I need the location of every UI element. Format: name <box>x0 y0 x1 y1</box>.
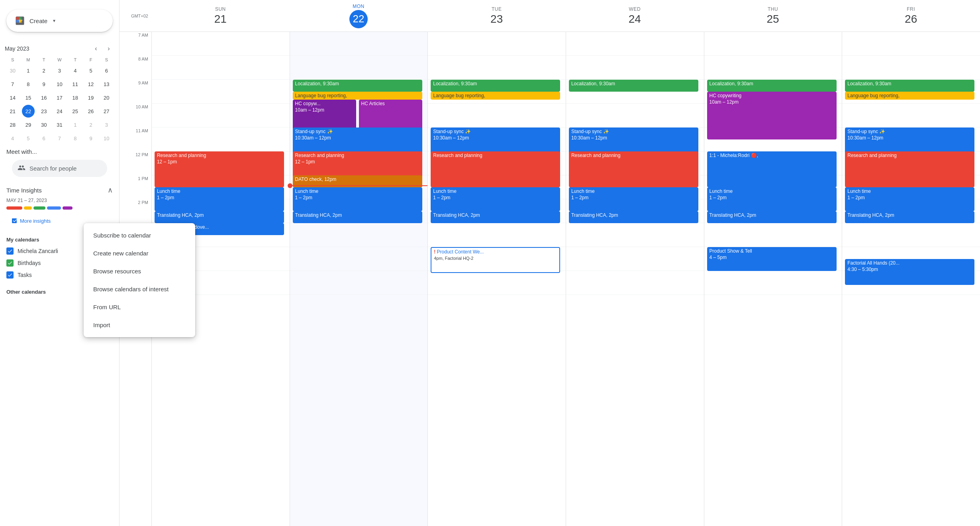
mini-cal-day[interactable]: 1 <box>69 118 82 131</box>
event-mon-localization[interactable]: Localization, 9:30am <box>293 80 422 92</box>
day-col-thu[interactable]: Localization, 9:30am HC copywriting10am … <box>704 32 842 526</box>
mini-cal-day[interactable]: 7 <box>6 78 19 90</box>
mini-cal-day[interactable]: 6 <box>37 132 50 145</box>
event-tue-lunch[interactable]: Lunch time1 – 2pm <box>431 187 560 211</box>
mini-cal-day[interactable]: 27 <box>100 105 113 118</box>
event-wed-lunch[interactable]: Lunch time1 – 2pm <box>569 187 698 211</box>
mini-cal-day[interactable]: 20 <box>100 91 113 104</box>
event-fri-research[interactable]: Research and planning <box>845 151 974 187</box>
mini-cal-next[interactable]: › <box>103 43 114 54</box>
mini-cal-day[interactable]: 7 <box>53 132 66 145</box>
mini-cal-day[interactable]: 10 <box>100 132 113 145</box>
event-fri-lunch[interactable]: Lunch time1 – 2pm <box>845 187 974 211</box>
event-sun-lunch[interactable]: Lunch time1 – 2pm <box>155 187 284 211</box>
mini-cal-day[interactable]: 29 <box>22 118 35 131</box>
event-fri-langbug[interactable]: Language bug reporting, <box>845 92 974 100</box>
event-thu-product-show[interactable]: Product Show & Tell4 – 5pm <box>707 247 837 271</box>
mini-cal-day[interactable]: 18 <box>69 91 82 104</box>
event-sun-research[interactable]: Research and planning12 – 1pm <box>155 151 284 187</box>
event-wed-research[interactable]: Research and planning <box>569 151 698 187</box>
menu-subscribe[interactable]: Subscribe to calendar <box>84 226 195 244</box>
event-fri-factorial[interactable]: Factorial All Hands (20...4:30 – 5:30pm <box>845 259 974 285</box>
mini-cal-day[interactable]: 8 <box>69 132 82 145</box>
mini-cal-day[interactable]: 4 <box>69 64 82 77</box>
event-tue-translating[interactable]: Translating HCA, 2pm <box>431 211 560 223</box>
header-sun[interactable]: SUN 21 <box>151 3 290 29</box>
event-thu-translating[interactable]: Translating HCA, 2pm <box>707 211 837 223</box>
mini-cal-day[interactable]: 2 <box>84 118 97 131</box>
create-button[interactable]: Create ▾ <box>6 10 113 32</box>
mini-cal-day[interactable]: 1 <box>22 64 35 77</box>
time-insights-header[interactable]: Time Insights ∧ <box>0 180 119 196</box>
mini-cal-day[interactable]: 19 <box>84 91 97 104</box>
day-col-wed[interactable]: Localization, 9:30am Stand-up sync ✨10:3… <box>566 32 704 526</box>
mini-cal-day[interactable]: 12 <box>84 78 97 90</box>
header-wed[interactable]: WED 24 <box>566 3 704 29</box>
mini-cal-day[interactable]: 3 <box>100 118 113 131</box>
header-tue[interactable]: TUE 23 <box>427 3 566 29</box>
mini-cal-day[interactable]: 14 <box>6 91 19 104</box>
mini-cal-day[interactable]: 17 <box>53 91 66 104</box>
search-people-input[interactable]: Search for people <box>12 160 107 177</box>
header-thu[interactable]: THU 25 <box>704 3 842 29</box>
mini-cal-day[interactable]: 5 <box>84 64 97 77</box>
event-wed-translating[interactable]: Translating HCA, 2pm <box>569 211 698 223</box>
event-mon-lunch[interactable]: Lunch time1 – 2pm <box>293 187 422 211</box>
day-col-fri[interactable]: Localization, 9:30am Language bug report… <box>842 32 980 526</box>
mini-cal-day[interactable]: 25 <box>69 105 82 118</box>
meet-with-section: Meet with... Search for people <box>0 148 119 177</box>
mini-cal-day[interactable]: 21 <box>6 105 19 118</box>
mini-cal-day[interactable]: 3 <box>53 64 66 77</box>
mini-cal-day[interactable]: 30 <box>6 64 19 77</box>
mini-cal-month: May 2023 <box>5 45 29 52</box>
mini-cal-day[interactable]: 8 <box>22 78 35 90</box>
mini-cal-day[interactable]: 6 <box>100 64 113 77</box>
mini-cal-day[interactable]: 4 <box>6 132 19 145</box>
mini-cal-day[interactable]: 31 <box>53 118 66 131</box>
event-thu-localization[interactable]: Localization, 9:30am <box>707 80 837 92</box>
menu-browse-interest[interactable]: Browse calendars of interest <box>84 280 195 298</box>
mini-cal-day[interactable]: 10 <box>53 78 66 90</box>
mini-cal-day[interactable]: 26 <box>84 105 97 118</box>
event-mon-langbug[interactable]: Language bug reporting, <box>293 92 422 100</box>
mini-cal-day[interactable]: 13 <box>100 78 113 90</box>
menu-import[interactable]: Import <box>84 316 195 334</box>
mini-cal-day[interactable]: 9 <box>84 132 97 145</box>
mini-cal-day[interactable]: 2 <box>37 64 50 77</box>
mini-cal-day[interactable]: 11 <box>69 78 82 90</box>
mini-cal-day[interactable]: 24 <box>53 105 66 118</box>
bar-red <box>6 206 22 210</box>
mini-cal-day[interactable]: 15 <box>22 91 35 104</box>
day-col-tue[interactable]: Localization, 9:30am Language bug report… <box>427 32 566 526</box>
event-tue-product[interactable]: ! Product Content We... 4pm, Factorial H… <box>431 247 560 273</box>
event-fri-translating[interactable]: Translating HCA, 2pm <box>845 211 974 223</box>
event-tue-localization[interactable]: Localization, 9:30am <box>431 80 560 92</box>
meet-with-label: Meet with... <box>6 148 113 155</box>
event-thu-11[interactable]: 1:1 - Michela:Rodri 🔴, <box>707 151 837 187</box>
event-sun-translating[interactable]: Translating HCA, 2pm <box>155 211 284 223</box>
event-tue-langbug[interactable]: Language bug reporting, <box>431 92 560 100</box>
mini-cal-day[interactable]: 16 <box>37 91 50 104</box>
event-thu-hc[interactable]: HC copywriting10am – 12pm <box>707 92 837 139</box>
event-mon-translating[interactable]: Translating HCA, 2pm <box>293 211 422 223</box>
mini-cal-day[interactable]: 9 <box>37 78 50 90</box>
mini-cal-prev[interactable]: ‹ <box>90 43 102 54</box>
mini-cal-day[interactable]: 5 <box>22 132 35 145</box>
day-col-mon[interactable]: Localization, 9:30am Language bug report… <box>290 32 428 526</box>
mini-cal-day[interactable]: 23 <box>37 105 50 118</box>
header-mon[interactable]: MON 22 <box>290 0 428 31</box>
event-wed-localization[interactable]: Localization, 9:30am <box>569 80 698 92</box>
menu-browse-resources[interactable]: Browse resources <box>84 262 195 280</box>
mini-cal-day[interactable]: 28 <box>6 118 19 131</box>
menu-create-new[interactable]: Create new calendar <box>84 244 195 262</box>
event-thu-lunch[interactable]: Lunch time1 – 2pm <box>707 187 837 211</box>
calendar-check-birthdays <box>6 259 14 267</box>
event-tue-research[interactable]: Research and planning <box>431 151 560 187</box>
chevron-down-icon: ▾ <box>53 18 55 24</box>
mini-cal-day[interactable]: 30 <box>37 118 50 131</box>
time-insights-date-range: MAY 21 – 27, 2023 <box>0 198 119 203</box>
mini-cal-day-today[interactable]: 22 <box>22 105 35 118</box>
event-fri-localization[interactable]: Localization, 9:30am <box>845 80 974 92</box>
menu-from-url[interactable]: From URL <box>84 298 195 316</box>
header-fri[interactable]: FRI 26 <box>842 3 980 29</box>
